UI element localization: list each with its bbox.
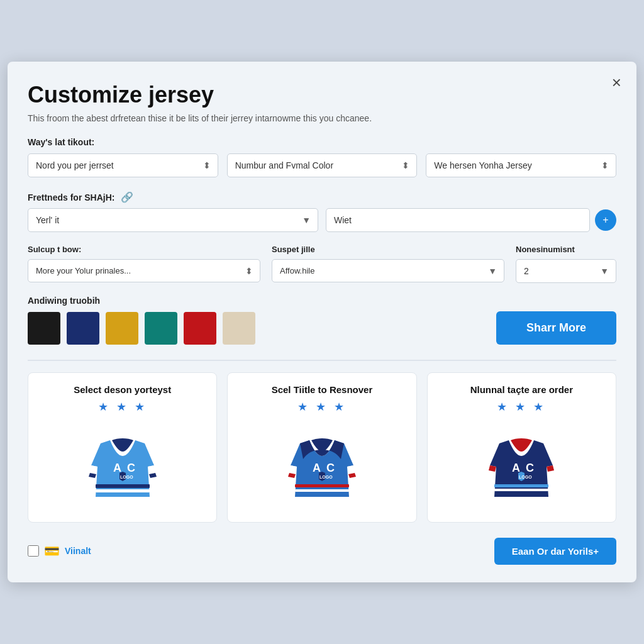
friends-dropdown-1[interactable]: Yerl' itOption 2	[28, 208, 318, 232]
viinalt-checkbox-label[interactable]: 💳 Viinalt	[28, 543, 91, 558]
svg-text:C: C	[526, 462, 534, 474]
jersey-card-1[interactable]: Select deson yorteyst ★ ★ ★	[28, 372, 217, 523]
swatch-beige[interactable]	[223, 312, 255, 345]
dropdown-3-wrap: We hersen Yonha JerseyOption 2Option 3 ⬍	[426, 153, 616, 177]
jersey-card-3-image: A C LOGO	[480, 421, 562, 509]
svg-text:LOGO: LOGO	[120, 475, 133, 479]
swatch-red[interactable]	[184, 312, 216, 345]
svg-rect-10	[494, 484, 548, 487]
svg-text:C: C	[127, 462, 135, 474]
svg-text:C: C	[326, 462, 335, 474]
svg-rect-0	[96, 484, 150, 488]
jersey-card-1-title: Select deson yorteyst	[37, 384, 208, 395]
close-button[interactable]: ×	[612, 74, 621, 91]
jersey-card-2-title: Scel Tiitle to Resnover	[236, 384, 407, 395]
divider	[28, 360, 616, 361]
customize-jersey-modal: × Customize jersey This froom the abest …	[8, 62, 636, 582]
svg-rect-1	[96, 489, 150, 492]
friends-input-2-group: WietOption 2 +	[326, 208, 616, 232]
section2-label: Frettneds for SHAjH:	[28, 192, 114, 203]
section1-dropdowns: Nord you per jerrsetOption 2Option 3 ⬍ N…	[28, 153, 616, 177]
jersey-card-3-title: Nlunnal taçte are order	[436, 384, 607, 395]
color-swatches	[28, 312, 255, 345]
svg-text:LOGO: LOGO	[519, 475, 532, 479]
col1-label: Sulcup t bow:	[28, 245, 260, 254]
swatch-black[interactable]	[28, 312, 60, 345]
three-col-section: Sulcup t bow: More your Yolur prinales..…	[28, 245, 616, 283]
col2-dropdown[interactable]: Affow.hileOption 2Option 3	[272, 259, 504, 282]
jersey-card-3-stars: ★ ★ ★	[436, 400, 607, 414]
share-more-button[interactable]: Sharr More	[496, 311, 616, 345]
color-left: Andiwing truobih	[28, 296, 255, 345]
viinalt-label: Viinalt	[65, 546, 91, 556]
svg-text:A: A	[313, 462, 321, 474]
jersey-cards-grid: Select deson yorteyst ★ ★ ★	[28, 372, 616, 523]
section1-label: Way's lat tikout:	[28, 137, 616, 147]
footer-row: 💳 Viinalt Eaan Or dar Yorils+	[28, 538, 616, 565]
friends-dropdown-2[interactable]: WietOption 2	[326, 208, 590, 232]
swatch-navy[interactable]	[67, 312, 99, 345]
modal-subtitle: This froom the abest drfretean thise it …	[28, 113, 616, 123]
jersey-card-2[interactable]: Scel Tiitle to Resnover ★ ★ ★ A	[227, 372, 416, 523]
jersey-card-1-image: A C LOGO	[82, 421, 164, 509]
order-button[interactable]: Eaan Or dar Yorils+	[494, 538, 616, 565]
col1-dropdown-wrap: More your Yolur prinales...Option 2Optio…	[28, 259, 260, 282]
svg-text:A: A	[113, 462, 121, 474]
col3-dropdown-wrap: 1 2 3 4 5 ▼	[516, 259, 616, 283]
jersey-card-1-stars: ★ ★ ★	[37, 400, 208, 414]
viinalt-checkbox[interactable]	[28, 545, 39, 557]
friends-inputs: Yerl' itOption 2 ▼ WietOption 2 +	[28, 208, 616, 232]
swatch-teal[interactable]	[145, 312, 177, 345]
svg-text:A: A	[512, 462, 520, 474]
friends-add-button[interactable]: +	[595, 209, 616, 231]
col3-dropdown[interactable]: 1 2 3 4 5	[516, 259, 616, 283]
svg-rect-6	[295, 489, 349, 492]
col3-group: Nonesinumisnt 1 2 3 4 5 ▼	[516, 245, 616, 283]
dropdown-2[interactable]: Numbur and Fvmal ColorOption 2Option 3	[227, 153, 418, 177]
svg-rect-11	[494, 489, 548, 491]
col2-dropdown-wrap: Affow.hileOption 2Option 3 ▼	[272, 259, 504, 282]
friends-label-row: Frettneds for SHAjH: 🔗	[28, 191, 616, 203]
svg-rect-5	[295, 484, 349, 487]
svg-text:LOGO: LOGO	[319, 475, 333, 479]
col2-group: Suspet jille Affow.hileOption 2Option 3 …	[272, 245, 504, 283]
color-section: Andiwing truobih Sharr More	[28, 296, 616, 345]
dropdown-1-wrap: Nord you per jerrsetOption 2Option 3 ⬍	[28, 153, 218, 177]
swatch-gold[interactable]	[106, 312, 138, 345]
friends-dropdown-2-wrap: WietOption 2	[326, 208, 590, 232]
jersey-card-2-image: A C LOGO	[281, 421, 363, 509]
dropdown-2-wrap: Numbur and Fvmal ColorOption 2Option 3 ⬍	[227, 153, 418, 177]
modal-title: Customize jersey	[28, 82, 616, 108]
jersey-card-2-stars: ★ ★ ★	[236, 400, 407, 414]
col2-label: Suspet jille	[272, 245, 504, 254]
color-label: Andiwing truobih	[28, 296, 255, 306]
dropdown-1[interactable]: Nord you per jerrsetOption 2Option 3	[28, 153, 218, 177]
col3-label: Nonesinumisnt	[516, 245, 616, 254]
visa-icon: 💳	[44, 543, 60, 558]
jersey-card-3[interactable]: Nlunnal taçte are order ★ ★ ★ A C	[427, 372, 616, 523]
friends-dropdown-1-wrap: Yerl' itOption 2 ▼	[28, 208, 318, 232]
link-icon: 🔗	[121, 191, 133, 203]
dropdown-3[interactable]: We hersen Yonha JerseyOption 2Option 3	[426, 153, 616, 177]
col1-group: Sulcup t bow: More your Yolur prinales..…	[28, 245, 260, 283]
col1-dropdown[interactable]: More your Yolur prinales...Option 2Optio…	[28, 259, 260, 282]
